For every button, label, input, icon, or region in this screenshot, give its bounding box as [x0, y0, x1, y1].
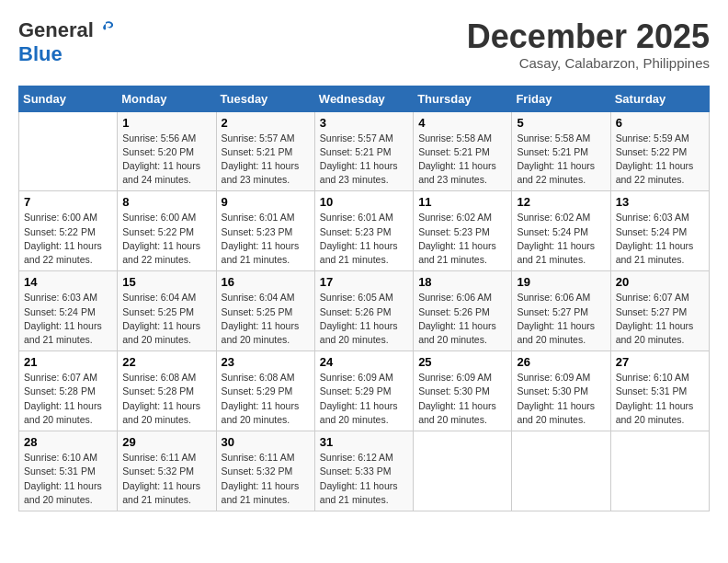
day-number: 28	[24, 435, 112, 449]
day-cell: 26Sunrise: 6:09 AM Sunset: 5:30 PM Dayli…	[512, 351, 610, 431]
location: Casay, Calabarzon, Philippines	[467, 55, 710, 71]
day-cell: 11Sunrise: 6:02 AM Sunset: 5:23 PM Dayli…	[414, 191, 512, 271]
day-info: Sunrise: 6:01 AM Sunset: 5:23 PM Dayligh…	[320, 211, 408, 267]
day-cell: 3Sunrise: 5:57 AM Sunset: 5:21 PM Daylig…	[314, 111, 413, 191]
day-info: Sunrise: 6:10 AM Sunset: 5:31 PM Dayligh…	[616, 371, 704, 427]
day-cell: 28Sunrise: 6:10 AM Sunset: 5:31 PM Dayli…	[19, 431, 118, 511]
day-cell: 15Sunrise: 6:04 AM Sunset: 5:25 PM Dayli…	[118, 271, 216, 351]
day-cell: 18Sunrise: 6:06 AM Sunset: 5:26 PM Dayli…	[414, 271, 512, 351]
day-info: Sunrise: 5:58 AM Sunset: 5:21 PM Dayligh…	[418, 132, 506, 188]
day-cell: 19Sunrise: 6:06 AM Sunset: 5:27 PM Dayli…	[512, 271, 610, 351]
day-number: 29	[122, 435, 210, 449]
day-number: 14	[24, 275, 112, 289]
day-info: Sunrise: 6:02 AM Sunset: 5:23 PM Dayligh…	[418, 211, 506, 267]
day-info: Sunrise: 6:11 AM Sunset: 5:32 PM Dayligh…	[122, 451, 210, 507]
day-info: Sunrise: 6:00 AM Sunset: 5:22 PM Dayligh…	[122, 211, 210, 267]
day-number: 7	[24, 195, 112, 209]
weekday-header-tuesday: Tuesday	[216, 86, 314, 111]
day-info: Sunrise: 6:00 AM Sunset: 5:22 PM Dayligh…	[24, 211, 112, 267]
day-info: Sunrise: 6:06 AM Sunset: 5:27 PM Dayligh…	[517, 291, 605, 347]
day-number: 13	[616, 195, 704, 209]
day-info: Sunrise: 5:57 AM Sunset: 5:21 PM Dayligh…	[320, 132, 408, 188]
logo: General Blue	[18, 18, 116, 66]
day-number: 23	[222, 355, 310, 369]
weekday-header-saturday: Saturday	[610, 86, 709, 111]
day-cell: 10Sunrise: 6:01 AM Sunset: 5:23 PM Dayli…	[314, 191, 413, 271]
day-info: Sunrise: 5:59 AM Sunset: 5:22 PM Dayligh…	[616, 132, 704, 188]
day-number: 10	[320, 195, 408, 209]
day-cell: 14Sunrise: 6:03 AM Sunset: 5:24 PM Dayli…	[19, 271, 118, 351]
day-info: Sunrise: 6:07 AM Sunset: 5:27 PM Dayligh…	[616, 291, 704, 347]
day-number: 11	[418, 195, 506, 209]
day-number: 21	[24, 355, 112, 369]
day-info: Sunrise: 6:11 AM Sunset: 5:32 PM Dayligh…	[222, 451, 310, 507]
day-cell: 29Sunrise: 6:11 AM Sunset: 5:32 PM Dayli…	[118, 431, 216, 511]
logo-blue: Blue	[18, 42, 63, 65]
weekday-header-monday: Monday	[118, 86, 216, 111]
day-info: Sunrise: 6:04 AM Sunset: 5:25 PM Dayligh…	[222, 291, 310, 347]
day-number: 26	[517, 355, 605, 369]
day-number: 12	[517, 195, 605, 209]
week-row-1: 1Sunrise: 5:56 AM Sunset: 5:20 PM Daylig…	[19, 111, 710, 191]
day-cell: 5Sunrise: 5:58 AM Sunset: 5:21 PM Daylig…	[512, 111, 610, 191]
month-title: December 2025	[467, 18, 710, 55]
day-cell: 13Sunrise: 6:03 AM Sunset: 5:24 PM Dayli…	[610, 191, 709, 271]
day-number: 6	[616, 116, 704, 130]
day-cell: 24Sunrise: 6:09 AM Sunset: 5:29 PM Dayli…	[314, 351, 413, 431]
day-number: 8	[122, 195, 210, 209]
day-info: Sunrise: 6:04 AM Sunset: 5:25 PM Dayligh…	[122, 291, 210, 347]
day-number: 2	[222, 116, 310, 130]
day-number: 20	[616, 275, 704, 289]
day-info: Sunrise: 6:08 AM Sunset: 5:28 PM Dayligh…	[122, 371, 210, 427]
day-number: 1	[122, 116, 210, 130]
day-number: 5	[517, 116, 605, 130]
day-cell: 6Sunrise: 5:59 AM Sunset: 5:22 PM Daylig…	[610, 111, 709, 191]
day-number: 22	[122, 355, 210, 369]
day-cell: 12Sunrise: 6:02 AM Sunset: 5:24 PM Dayli…	[512, 191, 610, 271]
day-cell	[19, 111, 118, 191]
day-cell: 30Sunrise: 6:11 AM Sunset: 5:32 PM Dayli…	[216, 431, 314, 511]
day-number: 17	[320, 275, 408, 289]
logo-general: General	[18, 18, 94, 42]
day-info: Sunrise: 6:09 AM Sunset: 5:30 PM Dayligh…	[517, 371, 605, 427]
day-cell: 2Sunrise: 5:57 AM Sunset: 5:21 PM Daylig…	[216, 111, 314, 191]
day-cell: 7Sunrise: 6:00 AM Sunset: 5:22 PM Daylig…	[19, 191, 118, 271]
day-cell: 23Sunrise: 6:08 AM Sunset: 5:29 PM Dayli…	[216, 351, 314, 431]
day-number: 9	[222, 195, 310, 209]
day-info: Sunrise: 6:01 AM Sunset: 5:23 PM Dayligh…	[222, 211, 310, 267]
day-info: Sunrise: 6:12 AM Sunset: 5:33 PM Dayligh…	[320, 451, 408, 507]
week-row-4: 21Sunrise: 6:07 AM Sunset: 5:28 PM Dayli…	[19, 351, 710, 431]
day-number: 16	[222, 275, 310, 289]
day-cell	[610, 431, 709, 511]
day-number: 15	[122, 275, 210, 289]
day-cell: 27Sunrise: 6:10 AM Sunset: 5:31 PM Dayli…	[610, 351, 709, 431]
day-number: 3	[320, 116, 408, 130]
day-cell: 8Sunrise: 6:00 AM Sunset: 5:22 PM Daylig…	[118, 191, 216, 271]
weekday-header-row: SundayMondayTuesdayWednesdayThursdayFrid…	[19, 86, 710, 111]
day-info: Sunrise: 6:03 AM Sunset: 5:24 PM Dayligh…	[616, 211, 704, 267]
header: General Blue December 2025 Casay, Calaba…	[18, 18, 710, 71]
day-cell: 21Sunrise: 6:07 AM Sunset: 5:28 PM Dayli…	[19, 351, 118, 431]
day-info: Sunrise: 6:05 AM Sunset: 5:26 PM Dayligh…	[320, 291, 408, 347]
day-info: Sunrise: 6:02 AM Sunset: 5:24 PM Dayligh…	[517, 211, 605, 267]
day-cell: 16Sunrise: 6:04 AM Sunset: 5:25 PM Dayli…	[216, 271, 314, 351]
day-info: Sunrise: 6:03 AM Sunset: 5:24 PM Dayligh…	[24, 291, 112, 347]
day-number: 30	[222, 435, 310, 449]
day-cell: 17Sunrise: 6:05 AM Sunset: 5:26 PM Dayli…	[314, 271, 413, 351]
day-info: Sunrise: 5:58 AM Sunset: 5:21 PM Dayligh…	[517, 132, 605, 188]
day-info: Sunrise: 6:10 AM Sunset: 5:31 PM Dayligh…	[24, 451, 112, 507]
weekday-header-friday: Friday	[512, 86, 610, 111]
weekday-header-thursday: Thursday	[414, 86, 512, 111]
day-number: 25	[418, 355, 506, 369]
day-info: Sunrise: 5:57 AM Sunset: 5:21 PM Dayligh…	[222, 132, 310, 188]
day-info: Sunrise: 6:09 AM Sunset: 5:30 PM Dayligh…	[418, 371, 506, 427]
day-cell: 4Sunrise: 5:58 AM Sunset: 5:21 PM Daylig…	[414, 111, 512, 191]
day-info: Sunrise: 6:09 AM Sunset: 5:29 PM Dayligh…	[320, 371, 408, 427]
day-cell: 20Sunrise: 6:07 AM Sunset: 5:27 PM Dayli…	[610, 271, 709, 351]
day-number: 19	[517, 275, 605, 289]
day-info: Sunrise: 6:07 AM Sunset: 5:28 PM Dayligh…	[24, 371, 112, 427]
title-area: December 2025 Casay, Calabarzon, Philipp…	[467, 18, 710, 71]
day-number: 27	[616, 355, 704, 369]
day-info: Sunrise: 6:08 AM Sunset: 5:29 PM Dayligh…	[222, 371, 310, 427]
day-cell: 31Sunrise: 6:12 AM Sunset: 5:33 PM Dayli…	[314, 431, 413, 511]
